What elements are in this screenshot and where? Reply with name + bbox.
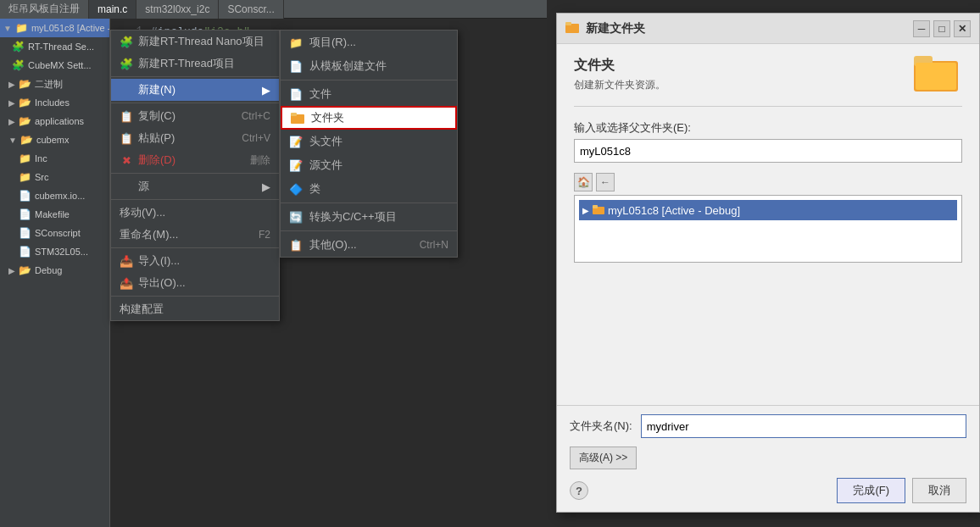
context-menu: 🧩 新建RT-Thread Nano项目 🧩 新建RT-Thread项目 新建(…	[110, 30, 280, 321]
source-icon	[120, 180, 133, 193]
menu-separator	[111, 103, 279, 103]
tree-item-rtthread-nano[interactable]: 🧩 RT-Thread Se...	[0, 37, 109, 56]
new-submenu: 📁 项目(R)... 📄 从模板创建文件 📄 文件 文件夹 📝 头文件 📝 源文…	[280, 30, 458, 258]
file-icon: 📄	[19, 190, 31, 202]
dialog-section-title: 文件夹	[574, 57, 962, 75]
tree-section: 🏠 ← ▶ myL051c8 [Active - Debug]	[574, 173, 962, 263]
file-tree: ▼ 📁 myL051c8 [Active - Debug] 🧩 RT-Threa…	[0, 19, 110, 527]
folder-icon: 📂	[19, 264, 31, 276]
filename-label: 文件夹名(N):	[570, 419, 632, 434]
tree-item-sconscript[interactable]: 📄 SConscript	[0, 224, 109, 242]
advanced-button[interactable]: 高级(A) >>	[570, 447, 637, 469]
tree-item-stm32[interactable]: 📄 STM32L05...	[0, 242, 109, 261]
menu-export[interactable]: 📤 导出(O)...	[111, 272, 279, 294]
svg-rect-8	[593, 205, 598, 208]
parent-folder-label: 输入或选择父文件夹(E):	[574, 120, 962, 136]
arrow-icon: ▶	[8, 266, 15, 275]
tree-item-includes[interactable]: ▶ 📂 Includes	[0, 93, 109, 112]
export-icon: 📤	[120, 276, 133, 290]
header-icon: 📝	[289, 135, 303, 148]
dialog-desc: 创建新文件夹资源。	[574, 78, 962, 92]
menu-import[interactable]: 📥 导入(I)...	[111, 250, 279, 272]
submenu-template[interactable]: 📄 从模板创建文件	[281, 54, 457, 78]
nav-back-button[interactable]: ←	[596, 173, 615, 191]
folder-icon: 📁	[19, 153, 31, 164]
dialog-title: 新建文件夹	[586, 21, 645, 36]
submenu-project[interactable]: 📁 项目(R)...	[281, 31, 457, 54]
file-icon: 📄	[19, 208, 31, 220]
tree-item-src[interactable]: 📁 Src	[0, 168, 109, 186]
menu-build-config[interactable]: 构建配置	[111, 298, 279, 320]
file-icon: 📄	[19, 227, 31, 239]
tree-item-cubemx-io[interactable]: 📄 cubemx.io...	[0, 186, 109, 205]
dialog-titlebar: 新建文件夹 ─ □ ✕	[557, 14, 979, 44]
submenu-convert[interactable]: 🔄 转换为C/C++项目	[281, 205, 457, 229]
menu-rename[interactable]: 重命名(M)... F2	[111, 224, 279, 246]
dialog-header: 文件夹 创建新文件夹资源。	[574, 57, 962, 92]
menu-rt-thread[interactable]: 🧩 新建RT-Thread项目	[111, 53, 279, 75]
tab-sconscript[interactable]: SConscr...	[219, 0, 283, 19]
tree-item-makefile[interactable]: 📄 Makefile	[0, 205, 109, 224]
menu-separator	[111, 296, 279, 297]
filename-input[interactable]	[641, 414, 966, 438]
submenu-source[interactable]: 📝 源文件	[281, 153, 457, 177]
convert-icon: 🔄	[289, 210, 303, 224]
help-button[interactable]: ?	[570, 481, 588, 500]
delete-icon: ✖	[120, 153, 133, 167]
file-icon: 📄	[289, 87, 303, 101]
advanced-row: 高级(A) >>	[570, 447, 966, 469]
tree-nav: 🏠 ←	[574, 173, 962, 191]
maximize-button[interactable]: □	[933, 20, 950, 37]
rt-icon: 🧩	[120, 57, 133, 70]
svg-rect-6	[916, 63, 956, 90]
tree-item-cubemx[interactable]: 🧩 CubeMX Sett...	[0, 56, 109, 75]
dialog-title-icon	[565, 21, 579, 36]
submenu-class[interactable]: 🔷 类	[281, 177, 457, 201]
menu-source[interactable]: 源 ▶	[111, 175, 279, 197]
folder-icon-decoration	[914, 53, 958, 94]
cancel-button[interactable]: 取消	[912, 478, 966, 503]
tab-stm32[interactable]: stm32l0xx_i2c	[136, 0, 219, 19]
tree-item-applications[interactable]: ▶ 📂 applications	[0, 112, 109, 130]
svg-rect-3	[565, 22, 571, 25]
menu-move[interactable]: 移动(V)...	[111, 202, 279, 224]
parent-folder-section: 输入或选择父文件夹(E):	[574, 120, 962, 163]
minimize-button[interactable]: ─	[913, 20, 930, 37]
menu-paste[interactable]: 📋 粘贴(P) Ctrl+V	[111, 127, 279, 149]
menu-separator	[281, 202, 457, 203]
tree-item-debug[interactable]: ▶ 📂 Debug	[0, 261, 109, 280]
menu-rt-nano[interactable]: 🧩 新建RT-Thread Nano项目	[111, 31, 279, 53]
folder-icon: 📂	[19, 115, 31, 127]
menu-separator	[281, 80, 457, 80]
paste-icon: 📋	[120, 131, 133, 145]
submenu-other[interactable]: 📋 其他(O)... Ctrl+N	[281, 233, 457, 257]
menu-new[interactable]: 新建(N) ▶	[111, 79, 279, 101]
finish-button[interactable]: 完成(F)	[837, 478, 905, 503]
tree-item-cubemx-folder[interactable]: ▼ 📂 cubemx	[0, 130, 109, 149]
tree-item-project[interactable]: ▼ 📁 myL051c8 [Active - Debug]	[0, 19, 109, 37]
menu-separator	[111, 76, 279, 77]
tab-firewall[interactable]: 炬吊风板自注册	[0, 0, 89, 19]
menu-copy[interactable]: 📋 复制(C) Ctrl+C	[111, 105, 279, 127]
tree-item-binary[interactable]: ▶ 📂 二进制	[0, 75, 109, 93]
dialog-footer: 文件夹名(N): 高级(A) >> ? 完成(F) 取消	[557, 405, 979, 512]
tree-project-item[interactable]: ▶ myL051c8 [Active - Debug]	[579, 200, 957, 220]
nav-home-button[interactable]: 🏠	[574, 173, 593, 191]
parent-folder-input[interactable]	[574, 139, 962, 163]
folder-icon: 📁	[19, 171, 31, 183]
menu-delete[interactable]: ✖ 删除(D) 删除	[111, 149, 279, 171]
tab-main[interactable]: main.c	[89, 0, 136, 19]
project-icon: 📁	[15, 22, 28, 34]
folder-tree[interactable]: ▶ myL051c8 [Active - Debug]	[574, 195, 962, 263]
filename-row: 文件夹名(N):	[570, 414, 966, 438]
submenu-header[interactable]: 📝 头文件	[281, 130, 457, 153]
tree-item-inc[interactable]: 📁 Inc	[0, 149, 109, 168]
close-button[interactable]: ✕	[954, 20, 971, 37]
submenu-file[interactable]: 📄 文件	[281, 82, 457, 106]
submenu-folder[interactable]: 文件夹	[281, 106, 457, 130]
menu-separator	[111, 247, 279, 248]
arrow-icon: ▶	[8, 80, 15, 89]
arrow-icon: ▼	[3, 24, 12, 33]
new-icon	[120, 83, 133, 97]
rt-nano-icon: 🧩	[120, 35, 133, 48]
